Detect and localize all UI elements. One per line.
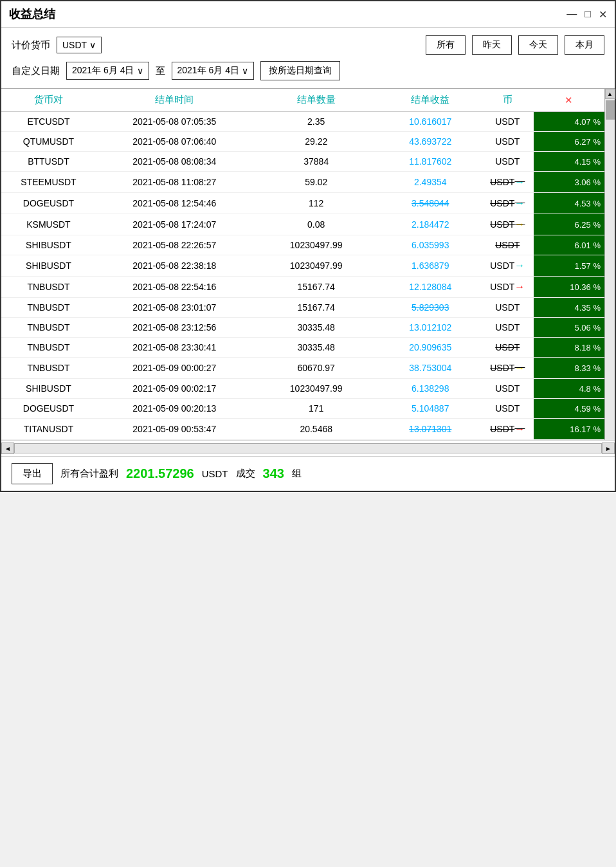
table-row: BTTUSDT2021-05-08 08:08:343788411.817602…: [1, 152, 604, 172]
cell-profit: 11.817602: [379, 152, 482, 172]
cell-profit: 5.829303: [379, 298, 482, 318]
cell-pct: 1.57 %: [534, 255, 604, 277]
cell-coin: USDT: [482, 318, 534, 338]
query-button[interactable]: 按所选日期查询: [260, 61, 340, 80]
cell-coin: USDT→: [482, 193, 534, 214]
today-button[interactable]: 今天: [518, 35, 558, 55]
scroll-right-button[interactable]: ►: [602, 443, 615, 454]
table-row: SHIBUSDT2021-05-09 00:02:1710230497.996.…: [1, 379, 604, 399]
cell-coin: USDT→: [482, 358, 534, 379]
table-row: DOGEUSDT2021-05-08 12:54:461123.548044US…: [1, 193, 604, 214]
cell-coin: USDT→: [482, 419, 534, 440]
cell-pair: TITANUSDT: [1, 419, 96, 440]
cell-profit: 12.128084: [379, 277, 482, 298]
cell-time: 2021-05-08 23:01:07: [96, 298, 253, 318]
footer: 导出 所有合计盈利 2201.57296 USDT 成交 343 组: [1, 456, 615, 491]
cell-qty: 0.08: [253, 214, 379, 235]
cell-profit: 13.071301: [379, 419, 482, 440]
table-row: TNBUSDT2021-05-08 23:01:0715167.745.8293…: [1, 298, 604, 318]
cell-coin: USDT: [482, 132, 534, 152]
all-button[interactable]: 所有: [426, 35, 466, 55]
cell-profit: 5.104887: [379, 399, 482, 419]
cell-qty: 2.35: [253, 112, 379, 132]
cell-qty: 15167.74: [253, 277, 379, 298]
cell-pct: 16.17 %: [534, 419, 604, 440]
table-outer: 货币对 结单时间 结单数量 结单收益 币 ✕ ETCUSDT2021-05-08…: [1, 89, 615, 440]
scroll-left-button[interactable]: ◄: [1, 443, 14, 454]
cell-time: 2021-05-08 22:38:18: [96, 255, 253, 277]
cell-qty: 10230497.99: [253, 379, 379, 399]
cell-coin: USDT: [482, 379, 534, 399]
month-button[interactable]: 本月: [565, 35, 604, 55]
cell-pair: KSMUSDT: [1, 214, 96, 235]
cell-qty: 30335.48: [253, 318, 379, 338]
cell-pct: 10.36 %: [534, 277, 604, 298]
table-container: 货币对 结单时间 结单数量 结单收益 币 ✕ ETCUSDT2021-05-08…: [1, 89, 604, 440]
close-button[interactable]: ✕: [599, 8, 607, 21]
horizontal-scrollbar[interactable]: [14, 443, 602, 453]
summary-label: 所有合计盈利: [60, 468, 118, 480]
scroll-up-button[interactable]: ▲: [605, 89, 615, 99]
cell-pct: 4.8 %: [534, 379, 604, 399]
cell-pair: TNBUSDT: [1, 318, 96, 338]
date-label: 自定义日期: [12, 65, 60, 77]
cell-qty: 29.22: [253, 132, 379, 152]
cell-profit: 6.138298: [379, 379, 482, 399]
cell-time: 2021-05-08 22:26:57: [96, 235, 253, 255]
cell-pair: DOGEUSDT: [1, 399, 96, 419]
col-header-profit: 结单收益: [379, 89, 482, 112]
cell-time: 2021-05-09 00:02:17: [96, 379, 253, 399]
table-row: TNBUSDT2021-05-08 22:54:1615167.7412.128…: [1, 277, 604, 298]
cell-profit: 2.49354: [379, 172, 482, 193]
yesterday-button[interactable]: 昨天: [472, 35, 512, 55]
table-row: SHIBUSDT2021-05-08 22:26:5710230497.996.…: [1, 235, 604, 255]
profit-currency: USDT: [202, 468, 228, 479]
cell-profit: 2.184472: [379, 214, 482, 235]
currency-label: 计价货币: [12, 39, 50, 51]
date-to[interactable]: 2021年 6月 4日 ∨: [172, 62, 255, 80]
cell-pct: 8.18 %: [534, 338, 604, 358]
date-from[interactable]: 2021年 6月 4日 ∨: [66, 62, 149, 80]
cell-coin: USDT: [482, 152, 534, 172]
cell-pair: DOGEUSDT: [1, 193, 96, 214]
trade-label: 成交: [236, 468, 255, 480]
date-from-arrow: ∨: [137, 66, 143, 76]
maximize-button[interactable]: □: [584, 8, 591, 21]
table-row: TNBUSDT2021-05-08 23:30:4130335.4820.909…: [1, 338, 604, 358]
cell-qty: 112: [253, 193, 379, 214]
cell-pct: 4.07 %: [534, 112, 604, 132]
cell-pct: 6.27 %: [534, 132, 604, 152]
cell-pair: STEEMUSDT: [1, 172, 96, 193]
cell-pct: 4.15 %: [534, 152, 604, 172]
cell-profit: 6.035993: [379, 235, 482, 255]
col-header-time: 结单时间: [96, 89, 253, 112]
table-row: DOGEUSDT2021-05-09 00:20:131715.104887US…: [1, 399, 604, 419]
col-header-qty: 结单数量: [253, 89, 379, 112]
table-row: SHIBUSDT2021-05-08 22:38:1810230497.991.…: [1, 255, 604, 277]
cell-qty: 10230497.99: [253, 235, 379, 255]
cell-qty: 37884: [253, 152, 379, 172]
cell-coin: USDT: [482, 112, 534, 132]
export-button[interactable]: 导出: [12, 463, 53, 484]
cell-pct: 6.25 %: [534, 214, 604, 235]
date-to-value: 2021年 6月 4日: [177, 65, 240, 77]
cell-time: 2021-05-08 23:12:56: [96, 318, 253, 338]
cell-qty: 171: [253, 399, 379, 419]
table-row: QTUMUSDT2021-05-08 07:06:4029.2243.69372…: [1, 132, 604, 152]
cell-profit: 3.548044: [379, 193, 482, 214]
cell-pct: 8.33 %: [534, 358, 604, 379]
main-window: 收益总结 — □ ✕ 计价货币 USDT ∨ 所有 昨天 今天 本月 自定义日期…: [0, 0, 616, 492]
cell-qty: 20.5468: [253, 419, 379, 440]
scroll-thumb[interactable]: [606, 100, 615, 120]
cell-pct: 4.53 %: [534, 193, 604, 214]
minimize-button[interactable]: —: [566, 8, 577, 21]
data-table: 货币对 结单时间 结单数量 结单收益 币 ✕ ETCUSDT2021-05-08…: [1, 89, 604, 440]
cell-pct: 5.06 %: [534, 318, 604, 338]
window-controls: — □ ✕: [566, 8, 607, 21]
currency-select[interactable]: USDT ∨: [57, 37, 102, 53]
profit-value: 2201.57296: [126, 466, 194, 481]
group-label: 组: [292, 468, 302, 480]
vertical-scrollbar[interactable]: ▲: [604, 89, 615, 440]
cell-time: 2021-05-09 00:00:27: [96, 358, 253, 379]
cell-pair: TNBUSDT: [1, 338, 96, 358]
